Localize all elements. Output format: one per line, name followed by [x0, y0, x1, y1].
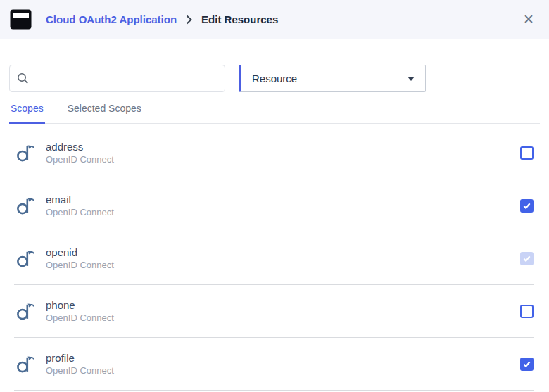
chevron-down-icon — [408, 77, 415, 81]
scope-name: address — [46, 140, 114, 153]
scope-list: address OpenID Connect email OpenID Conn… — [0, 127, 549, 391]
breadcrumb-link-cloud-oauth2-application[interactable]: Cloud OAuth2 Application — [46, 13, 177, 25]
search-icon — [17, 72, 29, 84]
check-icon — [522, 201, 531, 210]
tab-bar: Scopes Selected Scopes — [9, 101, 540, 124]
openid-connect-icon — [15, 195, 34, 216]
openid-connect-icon — [15, 353, 34, 374]
scope-provider: OpenID Connect — [46, 259, 114, 271]
scope-row-openid: openid OpenID Connect — [14, 232, 534, 285]
close-button[interactable]: ✕ — [519, 11, 538, 29]
scope-provider: OpenID Connect — [46, 312, 114, 324]
scope-checkbox-phone[interactable] — [520, 305, 534, 318]
scope-row-address: address OpenID Connect — [14, 127, 534, 179]
resource-select[interactable]: Resource — [239, 65, 426, 92]
app-window-icon — [10, 9, 32, 30]
check-icon — [522, 360, 531, 369]
chevron-right-icon — [186, 15, 192, 25]
scope-row-profile: profile OpenID Connect — [14, 338, 534, 391]
scope-checkbox-address[interactable] — [520, 146, 534, 160]
scope-provider: OpenID Connect — [46, 206, 114, 218]
scope-row-email: email OpenID Connect — [14, 179, 534, 232]
openid-connect-icon — [15, 301, 34, 322]
openid-connect-icon — [15, 142, 34, 163]
search-input[interactable] — [34, 73, 217, 84]
scope-name: phone — [46, 298, 114, 312]
scope-provider: OpenID Connect — [46, 153, 114, 165]
openid-connect-icon — [15, 248, 34, 269]
scope-provider: OpenID Connect — [46, 365, 114, 377]
search-box — [9, 65, 225, 92]
breadcrumb: Cloud OAuth2 Application Edit Resources — [46, 13, 278, 25]
scope-name: email — [46, 193, 114, 206]
scope-checkbox-email[interactable] — [520, 199, 534, 213]
scope-checkbox-profile[interactable] — [520, 358, 534, 371]
toolbar: Resource — [9, 65, 549, 92]
scope-name: profile — [46, 351, 114, 365]
page-title: Edit Resources — [201, 13, 278, 25]
scope-name: openid — [46, 246, 114, 259]
resource-select-value: Resource — [252, 72, 297, 84]
check-icon — [522, 254, 531, 263]
scope-row-phone: phone OpenID Connect — [14, 285, 534, 338]
close-icon: ✕ — [523, 13, 534, 26]
tab-selected-scopes[interactable]: Selected Scopes — [66, 101, 143, 124]
tab-scopes[interactable]: Scopes — [9, 101, 45, 124]
dialog-header: Cloud OAuth2 Application Edit Resources … — [0, 0, 549, 39]
scope-checkbox-openid — [520, 252, 534, 265]
